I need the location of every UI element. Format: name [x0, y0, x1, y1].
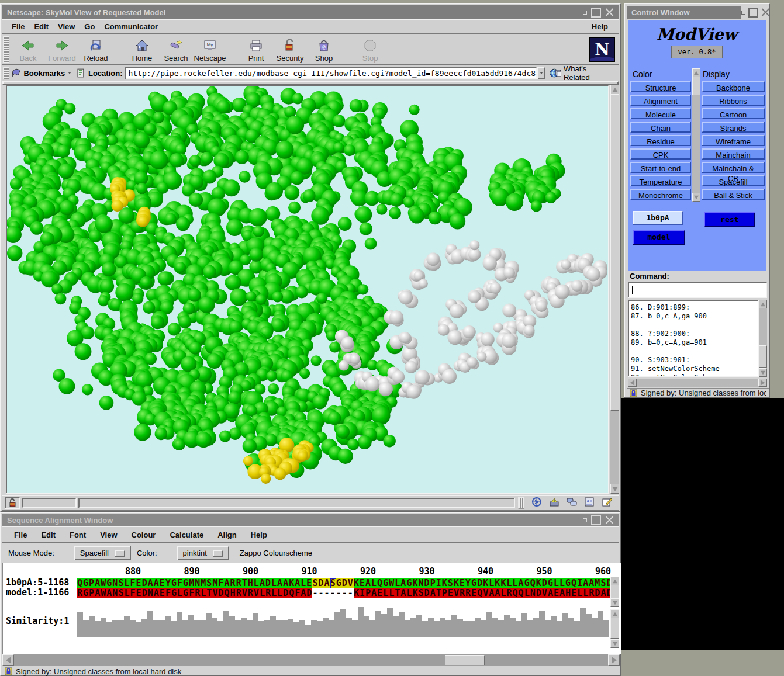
- color-dropdown[interactable]: pinktint: [177, 546, 229, 560]
- seq-menu-file[interactable]: File: [9, 529, 32, 541]
- viewer-vscrollbar[interactable]: [610, 85, 619, 494]
- maximize-icon[interactable]: [591, 8, 601, 18]
- toolbar-button-search[interactable]: Search: [159, 34, 193, 64]
- control-minimize-icon[interactable]: [741, 11, 745, 15]
- whats-related-label[interactable]: What's Related: [564, 64, 614, 82]
- browser-menu-go[interactable]: Go: [80, 20, 99, 33]
- sequence-segment[interactable]: GDV: [336, 578, 354, 588]
- seq-minimize-icon[interactable]: [583, 518, 587, 522]
- browser-menu-edit[interactable]: Edit: [29, 20, 53, 33]
- bookmarks-icon[interactable]: [11, 68, 22, 78]
- display-button-cartoon[interactable]: Cartoon: [702, 108, 765, 119]
- log-vscrollbar[interactable]: [759, 300, 767, 377]
- mouse-mode-dropdown[interactable]: Spacefill: [74, 546, 131, 560]
- seq-hscroll-thumb[interactable]: [445, 655, 485, 665]
- color-button-residue[interactable]: Residue: [630, 135, 691, 146]
- color-button-monochrome[interactable]: Monochrome: [630, 189, 691, 200]
- seq-menu-colour[interactable]: Colour: [127, 529, 161, 541]
- sequence-segment[interactable]: KEALQGWLAGKNDPIKSKEYGDKLKKLLAGQKDGLLGQIA…: [354, 578, 613, 588]
- seq-close-icon[interactable]: [605, 516, 614, 525]
- model-button-rest[interactable]: rest: [704, 212, 755, 227]
- command-input[interactable]: [628, 282, 767, 298]
- display-button-backbone[interactable]: Backbone: [702, 81, 765, 92]
- browser-titlebar[interactable]: Netscape: SkyMol View of Requested Model: [2, 5, 619, 19]
- seq-menu-align[interactable]: Align: [213, 529, 241, 541]
- model-button-model[interactable]: model: [633, 230, 685, 245]
- toolbar-button-stop[interactable]: Stop: [353, 34, 387, 64]
- control-close-icon[interactable]: [761, 8, 770, 17]
- seq-menu-help[interactable]: Help: [246, 529, 272, 541]
- seq-hscrollbar[interactable]: [2, 654, 620, 666]
- toolbar-button-home[interactable]: Home: [125, 34, 159, 64]
- browser-menu-communicator[interactable]: Communicator: [99, 20, 163, 33]
- sequence-row[interactable]: QGPAWGNSLFEDAAEYGFGMNMSMFARRTHLADLAAKALE…: [77, 578, 613, 588]
- component-mailbox-icon[interactable]: [548, 497, 560, 509]
- display-button-wireframe[interactable]: Wireframe: [702, 135, 765, 146]
- color-button-temperature[interactable]: Temperature: [630, 175, 691, 186]
- url-dropdown-button[interactable]: [537, 67, 545, 79]
- display-button-mainchain[interactable]: Mainchain: [702, 148, 765, 160]
- model-button-1b0pA[interactable]: 1b0pA: [633, 211, 683, 225]
- seq-menu-edit[interactable]: Edit: [36, 529, 60, 541]
- color-button-molecule[interactable]: Molecule: [630, 108, 691, 119]
- sequence-segment[interactable]: QGPAWGNSLFEDAAEYGFGMNMSMFARRTHLADLAAKALE: [77, 578, 312, 588]
- browser-menu-file[interactable]: File: [7, 20, 29, 33]
- display-button-spacefill[interactable]: Spacefill: [702, 175, 765, 186]
- component-addressbook-icon[interactable]: [583, 497, 595, 509]
- sequence-segment[interactable]: SDA: [312, 578, 330, 588]
- display-button-ribbons[interactable]: Ribbons: [702, 95, 765, 106]
- sequence-segment[interactable]: KIPAELLTALKSDATPEVRREQVAALRQQLNDVAEAHELL…: [354, 588, 613, 598]
- netscape-logo[interactable]: N: [589, 37, 615, 62]
- sequence-segment[interactable]: -------: [312, 588, 353, 598]
- toolbar-button-security[interactable]: Security: [273, 34, 307, 64]
- log-vscroll-thumb[interactable]: [759, 345, 767, 368]
- seq-menu-font[interactable]: Font: [65, 529, 91, 541]
- toolbar-button-shop[interactable]: @Shop: [307, 34, 341, 64]
- component-composer-icon[interactable]: [601, 497, 613, 509]
- display-button-strands[interactable]: Strands: [702, 122, 765, 133]
- seq-vscrollbar[interactable]: [610, 577, 619, 607]
- url-text[interactable]: http://pipe.rockefeller.edu/modbase-cgi-…: [128, 69, 537, 78]
- seq-maximize-icon[interactable]: [591, 515, 601, 525]
- display-button-mainchain-cb[interactable]: Mainchain & CB: [702, 162, 765, 173]
- location-icon[interactable]: [77, 68, 86, 78]
- display-button-ball-stick[interactable]: Ball & Stick: [702, 189, 765, 200]
- panel-vscroll-thumb[interactable]: [692, 77, 700, 95]
- seq-titlebar[interactable]: Sequence Alignment Window: [2, 514, 619, 526]
- toolbar-button-reload[interactable]: Reload: [79, 34, 113, 64]
- component-discussions-icon[interactable]: [566, 497, 578, 509]
- sequence-segment[interactable]: RGPAWANSLFEDNAEFGLGFRLTVDQHRVRVLRLLDQFAD: [77, 588, 312, 598]
- toolbar-button-netscape[interactable]: MyNetscape: [193, 34, 227, 64]
- seq-menu-calculate[interactable]: Calculate: [165, 529, 208, 541]
- component-navigator-icon[interactable]: [531, 497, 543, 509]
- whats-related-icon[interactable]: [550, 68, 561, 78]
- panel-vscrollbar[interactable]: [692, 68, 700, 202]
- alignment-area[interactable]: 880890900910920930940950960 1b0pA:5-1168…: [2, 563, 621, 654]
- toolbar-button-print[interactable]: Print: [239, 34, 273, 64]
- toolbar-button-forward[interactable]: Forward: [45, 34, 79, 64]
- toolbar-button-back[interactable]: Back: [11, 34, 45, 64]
- molecule-viewport[interactable]: [6, 85, 609, 494]
- control-maximize-icon[interactable]: [748, 8, 758, 18]
- command-log[interactable]: 86. D:901:899:87. b=0,c=A,ga=900 88. ?:9…: [628, 300, 759, 377]
- viewer-vscroll-thumb[interactable]: [610, 94, 619, 411]
- color-button-start-to-end[interactable]: Start-to-end: [630, 162, 691, 173]
- color-button-chain[interactable]: Chain: [630, 122, 691, 133]
- bookmarks-dropdown-icon[interactable]: [68, 72, 71, 74]
- browser-menu-help[interactable]: Help: [587, 20, 613, 33]
- locationbar-grip[interactable]: [3, 67, 9, 79]
- minimize-icon[interactable]: [583, 11, 587, 15]
- componentbar-grip[interactable]: [518, 497, 524, 509]
- similarity-vscrollbar[interactable]: [610, 609, 619, 648]
- control-titlebar[interactable]: Control Window: [627, 6, 741, 19]
- toolbar-grip[interactable]: [3, 36, 9, 63]
- close-icon[interactable]: [605, 8, 614, 17]
- sequence-row[interactable]: RGPAWANSLFEDNAEFGLGFRLTVDQHRVRVLRLLDQFAD…: [77, 588, 613, 598]
- color-button-structure[interactable]: Structure: [630, 81, 691, 92]
- bookmarks-label[interactable]: Bookmarks: [23, 69, 65, 78]
- log-hscrollbar[interactable]: [628, 379, 767, 387]
- color-button-cpk[interactable]: CPK: [630, 148, 691, 160]
- color-button-alignment[interactable]: Alignment: [630, 95, 691, 106]
- seq-menu-view[interactable]: View: [95, 529, 122, 541]
- url-input[interactable]: http://pipe.rockefeller.edu/modbase-cgi-…: [125, 67, 537, 79]
